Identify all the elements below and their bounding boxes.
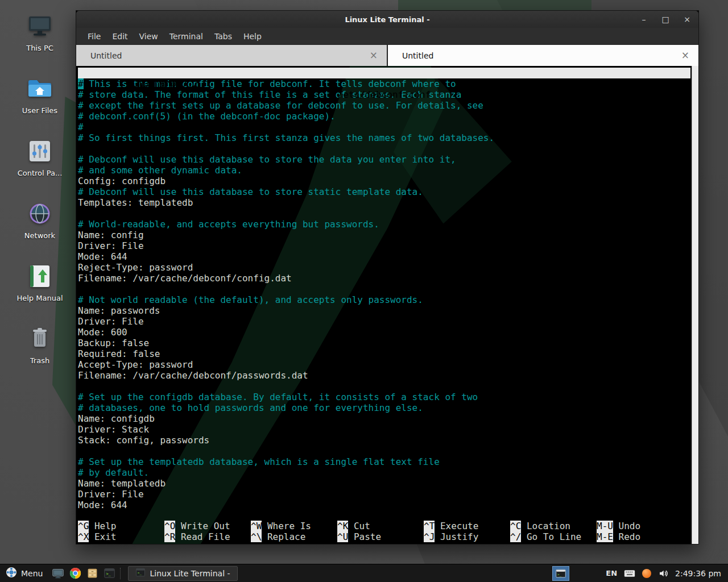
window-titlebar[interactable]: Linux Lite Terminal - – □ × — [76, 11, 698, 28]
nano-shortcut-where-is[interactable]: ^W Where Is — [251, 521, 337, 531]
menu-file[interactable]: File — [82, 30, 106, 43]
tab-bar: Untitled×Untitled× — [76, 45, 698, 66]
buffer-line: Mode: 644 — [78, 500, 690, 510]
keyboard-icon[interactable] — [624, 569, 635, 577]
nano-shortcut-execute[interactable]: ^T Execute — [424, 521, 510, 531]
nano-shortcut-bar: ^G Help^O Write Out^W Where Is^K Cut^T E… — [78, 521, 683, 542]
trash-icon — [26, 325, 53, 352]
taskbar-window-button[interactable]: >_ Linux Lite Terminal - — [128, 566, 237, 581]
buffer-line: Name: templatedb — [78, 478, 690, 489]
buffer-line: Reject-Type: password — [78, 262, 690, 273]
buffer-line: # Not world readable (the default), and … — [78, 294, 690, 305]
desktop-icon-label: Help Manual — [16, 294, 63, 302]
desktop-icon-control-pa[interactable]: Control Pa... — [0, 138, 80, 200]
nano-shortcut-go-to-line[interactable]: ^/ Go To Line — [510, 531, 597, 542]
nano-shortcut-replace[interactable]: ^\ Replace — [251, 531, 337, 542]
nano-shortcut-paste[interactable]: ^U Paste — [337, 531, 424, 542]
shortcut-key: M-U — [597, 521, 613, 531]
buffer-line: Name: passwords — [78, 305, 690, 316]
nano-shortcut-cut[interactable]: ^K Cut — [337, 521, 424, 531]
desktop-icon-label: Network — [24, 231, 55, 240]
menu-view[interactable]: View — [134, 30, 164, 43]
nano-shortcut-location[interactable]: ^C Location — [510, 521, 597, 531]
menu-tabs[interactable]: Tabs — [209, 30, 238, 43]
terminal-icon: >_ — [135, 567, 146, 579]
menu-button[interactable]: Menu — [0, 564, 49, 582]
file-manager-launcher-icon[interactable] — [84, 565, 101, 582]
desktop-icon-this-pc[interactable]: This PC — [0, 13, 80, 75]
shortcut-key: ^J — [424, 531, 435, 542]
menu-bar: FileEditViewTerminalTabsHelp — [76, 28, 698, 45]
terminal-launcher-icon[interactable]: >_ — [101, 565, 118, 582]
menu-edit[interactable]: Edit — [106, 30, 133, 43]
nano-shortcut-exit[interactable]: ^X Exit — [78, 531, 164, 542]
display-launcher-icon[interactable] — [49, 565, 67, 582]
menu-help[interactable]: Help — [238, 30, 267, 43]
desktop-icon-label: This PC — [26, 44, 53, 52]
terminal-scrollbar[interactable] — [692, 66, 698, 544]
tab-close-icon[interactable]: × — [369, 51, 379, 60]
desktop-icon-trash[interactable]: Trash — [0, 325, 80, 388]
menu-icon — [6, 567, 17, 580]
maximize-icon[interactable]: □ — [661, 15, 670, 23]
nano-shortcut-undo[interactable]: M-U Undo — [597, 521, 683, 531]
buffer-line: # Debconf will use this database to stor… — [78, 186, 690, 197]
nano-shortcut-justify[interactable]: ^J Justify — [424, 531, 510, 542]
shortcut-key: ^X — [78, 531, 89, 542]
desktop-icon-user-files[interactable]: User Files — [0, 75, 80, 138]
buffer-line: Mode: 644 — [78, 251, 690, 262]
network-icon — [26, 200, 53, 227]
buffer-line: Templates: templatedb — [78, 197, 690, 208]
tab-close-icon[interactable]: × — [680, 51, 690, 60]
buffer-line: # Debconf will use this database to stor… — [78, 154, 690, 165]
desktop-icon-label: Control Pa... — [18, 169, 63, 177]
minimize-icon[interactable]: – — [639, 15, 648, 23]
desktop-icon-network[interactable]: Network — [0, 200, 80, 263]
svg-text:>_: >_ — [138, 571, 142, 575]
nano-shortcut-help[interactable]: ^G Help — [78, 521, 164, 531]
menu-terminal[interactable]: Terminal — [164, 30, 209, 43]
help-manual-icon — [26, 263, 53, 290]
terminal-tab-1[interactable]: Untitled× — [76, 45, 387, 66]
shortcut-key: ^G — [78, 521, 89, 531]
buffer-line — [78, 446, 690, 456]
wallpaper-feather-shape — [398, 0, 592, 10]
keyboard-layout-indicator[interactable]: EN — [606, 569, 617, 577]
terminal-tab-2[interactable]: Untitled× — [388, 45, 698, 66]
nano-shortcut-write-out[interactable]: ^O Write Out — [164, 521, 251, 531]
buffer-line: Driver: File — [78, 489, 690, 500]
buffer-line: Required: false — [78, 348, 690, 359]
tab-title: Untitled — [90, 51, 122, 60]
terminal-screen[interactable]: GNU nano 7.2 /etc/debconf.conf # This is… — [76, 66, 698, 544]
desktop-icon-label: User Files — [22, 106, 57, 115]
buffer-line: Config: configdb — [78, 176, 690, 186]
desktop-icon-help-manual[interactable]: Help Manual — [0, 263, 80, 325]
svg-text:>_: >_ — [106, 572, 111, 576]
system-tray: >_ EN 2:49:36 pm — [552, 566, 728, 581]
chrome-launcher-icon[interactable] — [67, 565, 84, 582]
notification-icon[interactable] — [642, 569, 651, 578]
tray-terminal-icon[interactable]: >_ — [552, 566, 569, 581]
buffer-line: # and some other dynamic data. — [78, 165, 690, 176]
volume-icon[interactable] — [658, 568, 668, 579]
user-files-icon — [26, 75, 53, 102]
desktop-icon-label: Trash — [30, 356, 49, 365]
close-icon[interactable]: × — [682, 15, 692, 23]
buffer-line: # — [78, 122, 690, 132]
nano-titlebar: GNU nano 7.2 /etc/debconf.conf — [78, 68, 690, 78]
shortcut-key: ^T — [424, 521, 435, 531]
buffer-line — [78, 208, 690, 219]
menu-label: Menu — [21, 569, 43, 578]
buffer-line: Backup: false — [78, 338, 690, 348]
buffer-line: # databases, one to hold passwords and o… — [78, 402, 690, 413]
nano-filename: /etc/debconf.conf — [338, 89, 431, 100]
window-buttons: – □ × — [639, 11, 692, 28]
svg-text:>_: >_ — [557, 572, 562, 576]
nano-shortcut-read-file[interactable]: ^R Read File — [164, 531, 251, 542]
taskbar-separator — [120, 568, 123, 579]
tab-title: Untitled — [402, 51, 433, 60]
buffer-line: # by default. — [78, 467, 690, 478]
shortcut-key: ^K — [337, 521, 348, 531]
shortcut-key: ^U — [337, 531, 348, 542]
nano-shortcut-redo[interactable]: M-E Redo — [597, 531, 683, 542]
